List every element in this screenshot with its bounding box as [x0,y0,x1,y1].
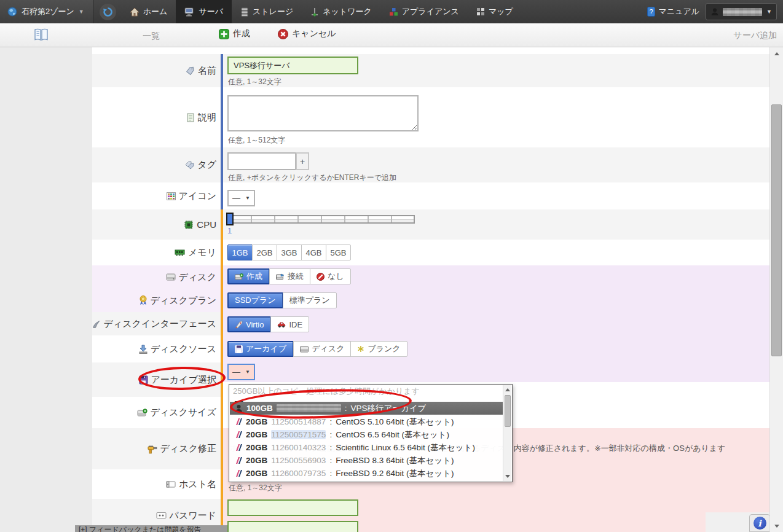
dropdown-option-centos65[interactable]: 20GB112500571575:CentOS 6.5 64bit (基本セット… [230,428,503,441]
manual-label: マニュアル [658,6,699,17]
dropdown-option-centos510[interactable]: 20GB112500514887:CentOS 5.10 64bit (基本セッ… [230,415,503,428]
list-book-icon[interactable] [34,28,49,42]
disk-plus-icon [137,409,148,417]
scroll-up-icon[interactable] [505,388,510,391]
memory-option-5gb[interactable]: 5GB [326,244,351,260]
dropdown-option-freebsd100[interactable]: 20GB112600085586:FreeBSD 10.0 64bit (基本セ… [230,480,503,482]
toolbar: 一覧 作成 キャンセル サーバ追加 [0,23,783,47]
nav-item-network[interactable]: ネットワーク [302,0,380,23]
password-icon [156,512,167,519]
cpu-slider-track[interactable] [227,215,415,224]
chevron-down-icon: ▼ [766,9,772,15]
floppy-small-icon [235,345,243,353]
globe-icon [7,7,17,17]
cancel-button[interactable]: キャンセル [278,28,336,39]
icon-label: アイコン [179,190,216,202]
cpu-slider-handle[interactable] [226,213,234,225]
sidebar [0,47,92,532]
close-icon [278,29,288,39]
download-icon [139,345,148,354]
password-input-2[interactable] [227,521,358,532]
password-input-1[interactable] [227,499,358,516]
memory-option-2gb[interactable]: 2GB [252,244,277,260]
form-row-memory: メモリ [92,240,221,265]
chevron-down-icon: ▼ [245,195,250,201]
memory-option-4gb[interactable]: 4GB [301,244,326,260]
scrollbar-thumb[interactable] [771,104,782,356]
form-row-cpu: CPU [92,209,221,240]
create-button[interactable]: 作成 [219,28,250,39]
nav-item-map[interactable]: マップ [468,0,522,23]
nav-item-server[interactable]: サーバ [176,0,232,23]
rocket-icon [235,321,243,329]
form-row-disk-source: ディスクソース [92,335,221,362]
archive-id-blurred [277,404,341,412]
disk-source-option-disk[interactable]: ディスク [293,341,351,357]
account-menu[interactable]: ▼ [706,3,777,20]
archive-select[interactable]: — ▼ [227,364,255,380]
svg-text:?: ? [650,8,653,15]
nav-item-appliance[interactable]: アプライアンス [380,0,468,23]
name-hint: 任意, 1～32文字 [228,77,281,87]
nav-item-home[interactable]: ホーム [121,0,176,23]
list-view-label[interactable]: 一覧 [143,31,160,42]
page-title: サーバ追加 [733,30,777,41]
server-icon [184,7,195,17]
disk-small-icon [300,346,309,353]
disk-source-option-blank[interactable]: ブランク [350,341,407,357]
nav-label: ホーム [143,6,168,17]
form-row-archive-select: アーカイブ選択 [92,362,221,397]
host-name-hint: 任意, 1～32文字 [229,483,282,493]
form-row-description: 説明 [92,87,221,147]
dropdown-scrollbar[interactable] [503,385,511,481]
page-scrollbar[interactable] [769,47,783,532]
nav-label: ストレージ [253,6,293,17]
scroll-down-icon[interactable] [505,475,510,478]
dropdown-option-scientific[interactable]: 20GB112600140323:Scientific Linux 6.5 64… [230,441,503,454]
disk-option-connect[interactable]: 接続 [269,268,310,284]
dropdown-option-freebsd92[interactable]: 20GB112600079735:FreeBSD 9.2 64bit (基本セッ… [230,467,503,480]
home-icon [130,7,140,17]
host-tag-icon [166,481,176,488]
disk-source-option-archive[interactable]: アーカイブ [227,341,294,357]
form-row-disk: ディスク [92,265,221,289]
description-textarea[interactable] [227,95,419,131]
disk-source-label: ディスクソース [151,343,216,355]
disk-option-create[interactable]: 作成 [227,268,270,284]
add-tag-button[interactable]: + [296,152,309,170]
chevron-down-icon: ▼ [79,9,84,15]
dropdown-option-selected-archive[interactable]: 100GB : VPS移行アーカイブ [230,402,503,415]
name-input[interactable] [227,57,358,74]
manual-link[interactable]: ? マニュアル [647,6,699,17]
refresh-icon [103,7,113,17]
nav-label: ネットワーク [323,6,372,17]
cpu-value: 1 [227,226,232,235]
dropdown-scroll-thumb[interactable] [505,395,511,427]
dropdown-option-freebsd83[interactable]: 20GB112500556903:FreeBSD 8.3 64bit (基本セッ… [230,454,503,467]
disk-size-label: ディスクサイズ [151,407,216,418]
zone-selector[interactable]: 石狩第2ゾーン ▼ [0,0,93,23]
info-button[interactable]: i [749,514,770,532]
refresh-button[interactable] [100,4,116,20]
disk-plan-option-ssd[interactable]: SSDプラン [227,292,283,308]
scrollbar-up-button[interactable] [770,47,783,60]
nav-item-storage[interactable]: ストレージ [232,0,302,23]
form-row-tags: タグ [92,147,221,182]
memory-option-1gb[interactable]: 1GB [227,244,253,260]
cpu-field-band [221,209,769,240]
tag-input[interactable] [227,152,296,170]
archive-size: 100GB [246,404,273,413]
drill-icon [148,444,157,454]
icon-select[interactable]: — ▼ [227,190,255,206]
disk-option-none[interactable]: なし [310,268,351,284]
disk-interface-option-virtio[interactable]: Virtio [227,316,271,332]
cpu-chip-icon [184,220,194,230]
disk-options: 作成 接続 なし [227,268,351,284]
scrollbar-down-button[interactable] [770,520,783,532]
disk-interface-option-ide[interactable]: IDE [270,316,309,332]
medal-icon [139,295,148,305]
disk-plan-option-standard[interactable]: 標準プラン [283,292,337,308]
zone-label: 石狩第2ゾーン [22,6,74,17]
form-row-host-name: ホスト名 [92,469,221,499]
memory-option-3gb[interactable]: 3GB [277,244,302,260]
